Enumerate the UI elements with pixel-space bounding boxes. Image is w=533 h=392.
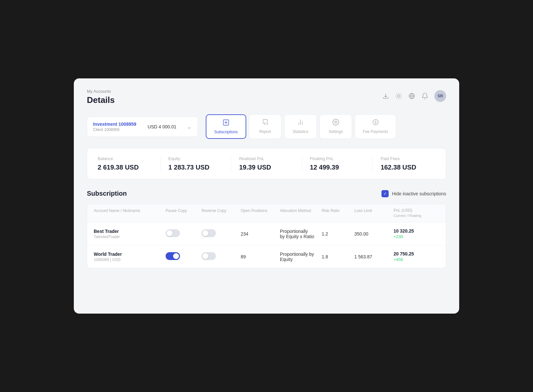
tab-statistics[interactable]: Statistics <box>284 114 317 139</box>
th-open-positions: Open Positions <box>241 208 280 218</box>
pnl-current-2: 20 750.25 <box>394 251 439 256</box>
stat-realized-pnl: Realized PnL 19.39 USD <box>231 156 302 171</box>
th-account: Account Name / Nickname <box>94 208 166 218</box>
trader-info-2: World Trader 1006089 | USD <box>94 252 166 262</box>
stat-paid-fees-label: Paid Fees <box>380 156 435 161</box>
reverse-copy-2[interactable] <box>202 252 241 261</box>
trader-info-1: Best Trader TalentedTrader <box>94 229 166 239</box>
breadcrumb: My Accounts <box>87 89 115 94</box>
trader-name-1: Best Trader <box>94 229 166 234</box>
th-pnl: PnL (USD)Current / Floating <box>394 208 439 218</box>
settings-icon <box>332 119 339 127</box>
hide-inactive-toggle[interactable]: ✓ Hide inactive subscriptions <box>381 190 446 197</box>
bell-icon[interactable] <box>421 92 428 100</box>
header-icons: SR <box>382 90 446 102</box>
pnl-float-1: +230 <box>394 234 439 239</box>
tab-settings[interactable]: Settings <box>319 114 352 139</box>
subscription-section-title: Subscription <box>87 190 127 197</box>
loss-limit-2: 1 563.87 <box>354 254 394 259</box>
svg-point-3 <box>335 121 337 123</box>
pause-copy-toggle-1[interactable] <box>166 229 180 237</box>
chevron-down-icon: ⌄ <box>187 123 192 130</box>
stat-equity-value: 1 283.73 USD <box>169 164 223 171</box>
pause-copy-2[interactable] <box>166 252 202 261</box>
th-risk-ratio: Risk Ratio <box>322 208 354 218</box>
brightness-icon[interactable] <box>395 92 402 100</box>
title-block: My Accounts Details <box>87 89 115 105</box>
pause-copy-toggle-2[interactable] <box>166 252 180 260</box>
stat-balance: Balance 2 619.38 USD <box>98 156 161 171</box>
reverse-copy-1[interactable] <box>202 229 241 238</box>
account-balance: USD 4 000.01 <box>148 124 176 129</box>
stat-paid-fees-value: 162.38 USD <box>380 164 435 171</box>
stats-row: Balance 2 619.38 USD Equity 1 283.73 USD… <box>87 148 446 179</box>
th-allocation: Allocation Method <box>280 208 322 218</box>
tab-report-label: Report <box>259 129 271 134</box>
reverse-copy-toggle-2[interactable] <box>202 252 216 260</box>
tab-report[interactable]: Report <box>249 114 282 139</box>
stat-balance-value: 2 619.38 USD <box>98 164 153 171</box>
stat-realized-pnl-value: 19.39 USD <box>239 164 294 171</box>
stat-floating-pnl-label: Floating PnL <box>310 156 365 161</box>
trader-name-2: World Trader <box>94 252 166 257</box>
table-row: World Trader 1006089 | USD 89 Proportion… <box>87 245 446 268</box>
tab-subscriptions-label: Subscriptions <box>214 130 238 134</box>
tab-statistics-label: Statistics <box>293 129 308 134</box>
stat-equity-label: Equity <box>169 156 223 161</box>
risk-ratio-1: 1.2 <box>322 231 354 237</box>
trader-sub-2: 1006089 | USD <box>94 257 166 262</box>
stat-balance-label: Balance <box>98 156 153 161</box>
subscriptions-icon <box>222 119 230 128</box>
report-icon <box>262 119 269 127</box>
th-loss-limit: Loss Limit <box>354 208 394 218</box>
risk-ratio-2: 1.8 <box>322 254 354 259</box>
pnl-1: 10 320.25 +230 <box>394 228 439 239</box>
account-selector[interactable]: Investment 1008959 Client 1008959 USD 4 … <box>87 117 198 137</box>
tabs: Subscriptions Report Statistics <box>206 114 446 139</box>
fee-payments-icon <box>372 119 379 127</box>
account-tabs-row: Investment 1008959 Client 1008959 USD 4 … <box>87 114 446 139</box>
th-reverse: Reverse Copy <box>202 208 241 218</box>
account-info: Investment 1008959 Client 1008959 <box>93 122 136 132</box>
tab-settings-label: Settings <box>329 129 343 134</box>
pnl-2: 20 750.25 +456 <box>394 251 439 262</box>
stat-floating-pnl-value: 12 499.39 <box>310 164 365 171</box>
tab-fee-payments[interactable]: Fee Payments <box>355 114 396 139</box>
hide-inactive-label: Hide inactive subscriptions <box>392 191 446 196</box>
stat-floating-pnl: Floating PnL 12 499.39 <box>302 156 373 171</box>
th-pause: Pause Copy <box>166 208 202 218</box>
open-positions-2: 89 <box>241 254 280 259</box>
table-row: Best Trader TalentedTrader 234 Proportio… <box>87 222 446 245</box>
pause-copy-1[interactable] <box>166 229 202 238</box>
allocation-method-2: Proportionally by Equity <box>280 252 322 262</box>
stat-equity: Equity 1 283.73 USD <box>161 156 232 171</box>
hide-inactive-checkbox[interactable]: ✓ <box>381 190 389 197</box>
header: My Accounts Details SR <box>87 89 446 105</box>
page-title: Details <box>87 95 115 105</box>
download-icon[interactable] <box>382 92 389 100</box>
loss-limit-1: 350.00 <box>354 231 394 237</box>
stat-paid-fees: Paid Fees 162.38 USD <box>373 156 435 171</box>
allocation-method-1: Proportionally by Equity x Ratio <box>280 229 322 239</box>
pnl-float-2: +456 <box>394 257 439 262</box>
main-window: My Accounts Details SR Investment 100895… <box>74 78 459 314</box>
table-header: Account Name / Nickname Pause Copy Rever… <box>87 204 446 222</box>
tab-subscriptions[interactable]: Subscriptions <box>206 114 246 139</box>
pnl-current-1: 10 320.25 <box>394 228 439 234</box>
trader-sub-1: TalentedTrader <box>94 235 166 239</box>
reverse-copy-toggle-1[interactable] <box>202 229 216 237</box>
open-positions-1: 234 <box>241 231 280 237</box>
globe-icon[interactable] <box>408 92 415 100</box>
svg-point-0 <box>397 95 400 97</box>
stat-realized-pnl-label: Realized PnL <box>239 156 294 161</box>
account-client: Client 1008959 <box>93 127 136 132</box>
statistics-icon <box>297 119 304 127</box>
tab-fee-payments-label: Fee Payments <box>363 129 388 134</box>
subscription-header: Subscription ✓ Hide inactive subscriptio… <box>87 190 446 197</box>
avatar[interactable]: SR <box>434 90 446 102</box>
subscription-table: Account Name / Nickname Pause Copy Rever… <box>87 204 446 268</box>
account-name: Investment 1008959 <box>93 122 136 127</box>
